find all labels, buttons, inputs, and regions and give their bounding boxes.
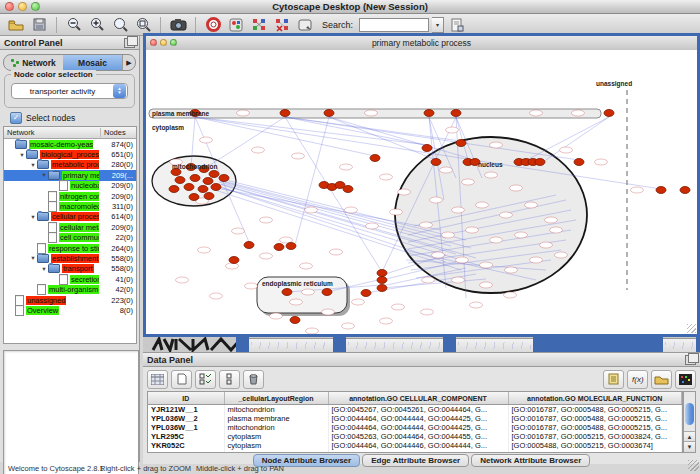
gene-label-node[interactable]: [420, 222, 433, 228]
gene-label-node[interactable]: [365, 110, 378, 116]
table-cell[interactable]: [GO:0016787, GO:0005488, GO:0005215, G..…: [508, 414, 682, 423]
gene-label-node[interactable]: [476, 202, 489, 208]
tree-row[interactable]: ▼primary metabo209(...: [4, 170, 136, 180]
gene-label-node[interactable]: [442, 232, 455, 238]
gene-label-node[interactable]: [392, 304, 405, 310]
gene-node[interactable]: [169, 186, 179, 193]
tree-row[interactable]: unassigned223(0): [4, 295, 136, 305]
table-cell[interactable]: [GO:0016787, GO:0005215, GO:0003824, G..…: [508, 432, 682, 441]
float-panel-icon[interactable]: [685, 355, 696, 365]
table-row[interactable]: YJR121W__1mitochondrion[GO:0045267, GO:0…: [148, 405, 682, 415]
gene-label-node[interactable]: [540, 242, 553, 248]
gene-node[interactable]: [280, 110, 290, 117]
network-view-icon[interactable]: [249, 16, 269, 34]
disclosure-triangle-icon[interactable]: ▼: [29, 255, 37, 261]
tree-row[interactable]: ▼cellular process614(0): [4, 212, 136, 222]
disclosure-triangle-icon[interactable]: ▼: [40, 172, 48, 178]
table-row[interactable]: YDR039C__1mitochondrion[GO:0044464, GO:0…: [148, 450, 682, 453]
tree-row[interactable]: cellular metabo209(0): [4, 222, 136, 232]
table-row[interactable]: YPL036W__1mitochondrion[GO:0044464, GO:0…: [148, 423, 682, 432]
gene-node[interactable]: [290, 317, 300, 324]
save-icon[interactable]: [29, 16, 49, 34]
tree-row[interactable]: multi-organism pro42(0): [4, 284, 136, 294]
table-cell[interactable]: YKR052C: [148, 441, 224, 450]
gene-label-node[interactable]: [306, 328, 319, 334]
table-cell[interactable]: YPL036W__2: [148, 414, 224, 423]
select-nodes-checkbox[interactable]: ✓: [10, 112, 22, 124]
table-row[interactable]: YLR295Ccytoplasm[GO:0045263, GO:0044464,…: [148, 432, 682, 441]
gene-label-node[interactable]: [480, 282, 493, 288]
gene-node[interactable]: [322, 289, 332, 296]
attribute-grid-icon[interactable]: [147, 370, 168, 389]
background-window-sliver[interactable]: [346, 338, 443, 352]
gene-node[interactable]: [604, 110, 614, 117]
gene-label-node[interactable]: [470, 302, 483, 308]
gene-label-node[interactable]: [485, 172, 498, 178]
gene-label-node[interactable]: [456, 257, 469, 263]
gene-node[interactable]: [574, 159, 584, 166]
gene-label-node[interactable]: [432, 252, 445, 258]
gene-label-node[interactable]: [631, 187, 644, 193]
disclosure-triangle-icon[interactable]: ▼: [18, 152, 26, 158]
gene-node[interactable]: [229, 257, 239, 264]
gene-label-node[interactable]: [462, 179, 475, 185]
tree-row[interactable]: ▼transport558(0): [4, 264, 136, 274]
gene-node[interactable]: [175, 177, 185, 184]
gene-label-node[interactable]: [292, 153, 305, 159]
gene-node[interactable]: [219, 175, 229, 182]
tab-network[interactable]: Network: [4, 55, 63, 70]
network-edge[interactable]: [519, 117, 609, 164]
gene-node[interactable]: [377, 285, 387, 292]
gene-node[interactable]: [198, 186, 208, 193]
gene-label-node[interactable]: [466, 227, 479, 233]
import-attributes-icon[interactable]: [651, 370, 672, 389]
table-cell[interactable]: [GO:0044464, GO:0044446, GO:0044444, G..…: [328, 441, 508, 450]
gene-node[interactable]: [286, 243, 296, 250]
tree-row[interactable]: ▼biological_process651(0): [4, 149, 136, 159]
gene-node[interactable]: [204, 193, 214, 200]
table-cell[interactable]: cytoplasm: [224, 432, 328, 441]
background-window-sliver[interactable]: [456, 338, 533, 352]
disclosure-triangle-icon[interactable]: ▼: [40, 266, 48, 272]
background-window-border[interactable]: [443, 337, 456, 352]
table-cell[interactable]: YLR295C: [148, 432, 224, 441]
gene-label-node[interactable]: [226, 263, 239, 269]
attribute-batch-icon[interactable]: [447, 16, 467, 34]
gene-label-node[interactable]: [398, 189, 411, 195]
function-builder-icon[interactable]: f(x): [627, 370, 648, 389]
birds-eye-view[interactable]: [3, 350, 139, 474]
unselect-attributes-icon[interactable]: [219, 370, 240, 389]
gene-label-node[interactable]: [280, 237, 293, 243]
network-edge[interactable]: [540, 117, 609, 164]
background-window-border[interactable]: [696, 337, 700, 352]
gene-node[interactable]: [456, 140, 466, 147]
gene-label-node[interactable]: [555, 252, 568, 258]
table-cell[interactable]: [GO:0045263, GO:0044464, GO:0044455, G..…: [328, 432, 508, 441]
gene-node[interactable]: [324, 110, 334, 117]
scroll-down-icon[interactable]: ▼: [684, 441, 695, 452]
gene-label-node[interactable]: [340, 164, 353, 170]
gene-label-node[interactable]: [515, 232, 528, 238]
table-column-header[interactable]: _cellularLayoutRegion: [224, 392, 328, 405]
table-cell[interactable]: [GO:0016787, GO:0005488, GO:0005215, G..…: [508, 450, 682, 453]
gene-label-node[interactable]: [421, 309, 434, 315]
background-window-sliver[interactable]: [663, 338, 696, 352]
tab-overflow-arrow-icon[interactable]: ▶: [122, 55, 135, 70]
node-color-dropdown[interactable]: transporter activity ▲▼: [11, 83, 128, 99]
gene-label-node[interactable]: [330, 249, 343, 255]
table-cell[interactable]: YDR039C__1: [148, 450, 224, 453]
gene-node[interactable]: [282, 289, 292, 296]
gene-label-node[interactable]: [452, 277, 465, 283]
gene-node[interactable]: [190, 175, 200, 182]
notes-icon[interactable]: [603, 370, 624, 389]
table-cell[interactable]: mitochondrion: [224, 450, 328, 453]
gene-label-node[interactable]: [545, 217, 558, 223]
gene-label-node[interactable]: [550, 227, 563, 233]
zoom-out-icon[interactable]: [64, 16, 84, 34]
disclosure-triangle-icon[interactable]: ▼: [29, 214, 37, 220]
gene-label-node[interactable]: [500, 212, 513, 218]
gene-label-node[interactable]: [480, 262, 493, 268]
table-cell[interactable]: [GO:0044464, GO:0044444, GO:0044425, G..…: [328, 423, 508, 432]
gene-label-node[interactable]: [232, 228, 245, 234]
gene-node[interactable]: [451, 110, 461, 117]
